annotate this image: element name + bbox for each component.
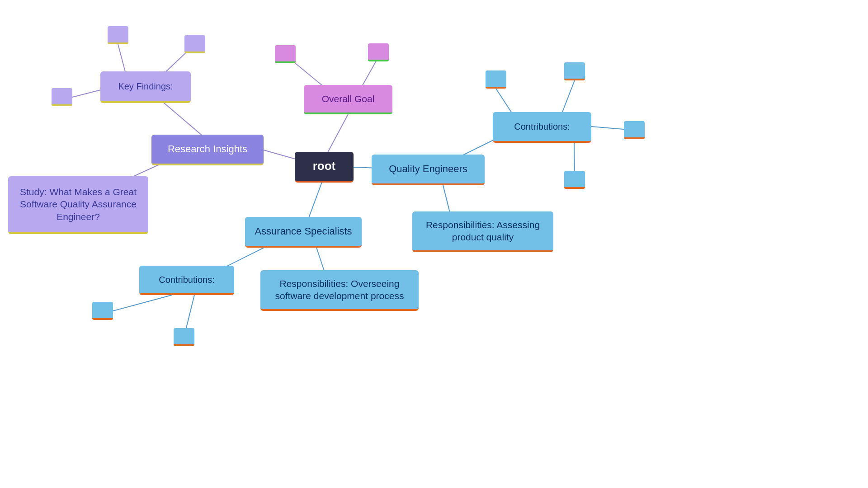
svg-line-14 <box>561 80 575 117</box>
research-insights-node[interactable]: Research Insights <box>151 135 264 165</box>
key-findings-node[interactable]: Key Findings: <box>100 71 191 103</box>
contributions-right-node[interactable]: Contributions: <box>493 112 591 143</box>
root-label: root <box>313 159 336 174</box>
assurance-specialists-label: Assurance Specialists <box>255 225 352 238</box>
small-node-cl-1[interactable] <box>92 302 113 320</box>
small-node-cr-1[interactable] <box>486 70 506 89</box>
small-node-og-2[interactable] <box>368 43 389 61</box>
overall-goal-label: Overall Goal <box>322 93 375 105</box>
research-insights-label: Research Insights <box>168 143 247 156</box>
small-node-cl-2[interactable] <box>174 328 194 346</box>
quality-engineers-label: Quality Engineers <box>389 163 467 176</box>
quality-engineers-node[interactable]: Quality Engineers <box>372 155 485 185</box>
small-node-3[interactable] <box>52 88 72 106</box>
overall-goal-node[interactable]: Overall Goal <box>304 85 392 114</box>
contributions-right-label: Contributions: <box>514 121 570 132</box>
contributions-left-node[interactable]: Contributions: <box>139 266 234 295</box>
study-label: Study: What Makes a Great Software Quali… <box>14 186 142 223</box>
study-node[interactable]: Study: What Makes a Great Software Quali… <box>8 176 148 234</box>
key-findings-label: Key Findings: <box>118 80 173 92</box>
small-node-1[interactable] <box>108 26 128 44</box>
resp-assessing-label: Responsibilities: Assessing product qual… <box>419 219 547 244</box>
svg-line-19 <box>113 295 172 311</box>
small-node-cr-3[interactable] <box>624 121 645 139</box>
small-node-2[interactable] <box>184 35 205 53</box>
small-node-cr-4[interactable] <box>564 171 585 189</box>
resp-overseeing-node[interactable]: Responsibilities: Overseeing software de… <box>260 270 419 311</box>
resp-assessing-node[interactable]: Responsibilities: Assessing product qual… <box>412 211 553 252</box>
small-node-cr-2[interactable] <box>564 62 585 80</box>
small-node-og-1[interactable] <box>275 45 296 63</box>
resp-overseeing-label: Responsibilities: Overseeing software de… <box>267 277 412 302</box>
assurance-specialists-node[interactable]: Assurance Specialists <box>245 217 362 248</box>
root-node[interactable]: root <box>295 152 354 183</box>
contributions-left-label: Contributions: <box>159 274 214 286</box>
